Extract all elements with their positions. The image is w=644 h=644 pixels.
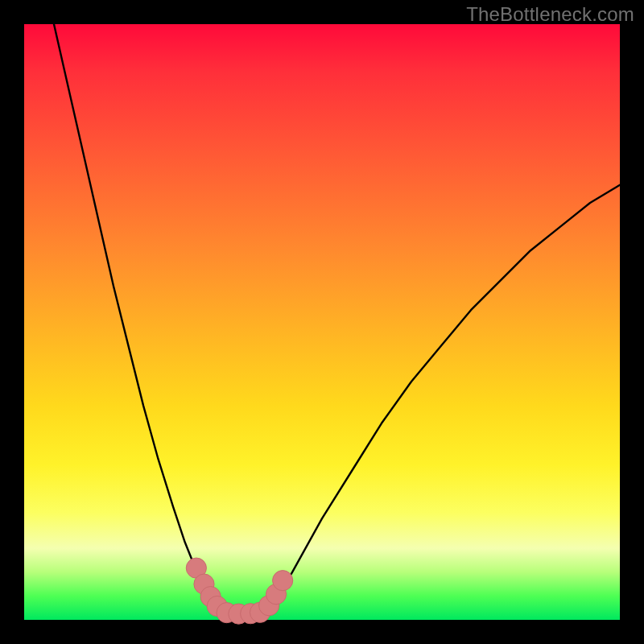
valley-marker — [273, 571, 293, 591]
valley-markers — [186, 558, 292, 624]
curve-layer — [24, 24, 620, 620]
plot-area — [24, 24, 620, 620]
watermark-text: TheBottleneck.com — [466, 3, 634, 26]
chart-frame: TheBottleneck.com — [0, 0, 644, 644]
bottleneck-curve — [54, 24, 620, 614]
